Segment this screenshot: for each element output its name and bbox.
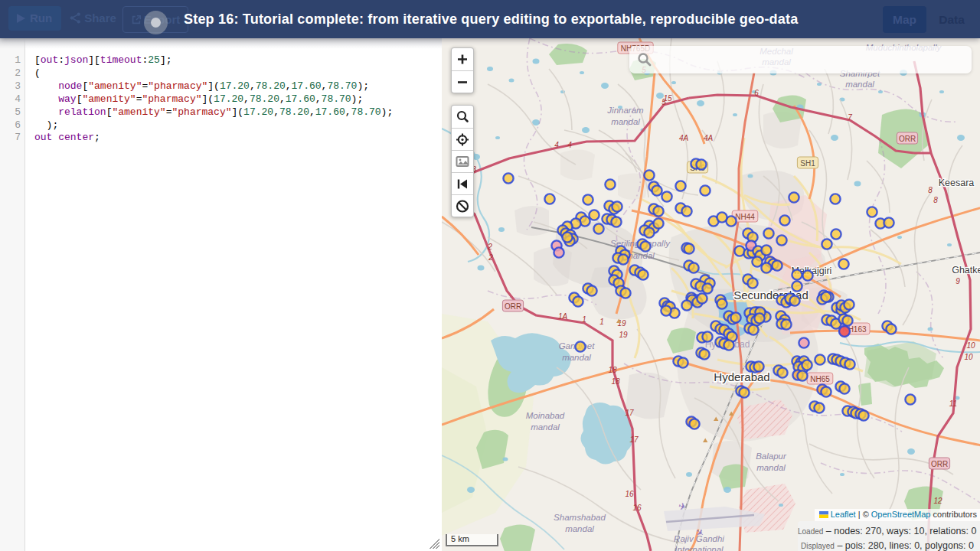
svg-text:17: 17 [629,435,639,444]
svg-text:International: International [675,545,724,551]
svg-text:11: 11 [949,399,957,408]
svg-text:9: 9 [956,277,960,285]
svg-text:Balapur: Balapur [756,452,787,461]
svg-text:8: 8 [933,196,938,204]
svg-text:Shamshabad: Shamshabad [554,513,606,522]
svg-text:Moinabad: Moinabad [526,411,565,420]
svg-text:Keesara: Keesara [939,178,975,188]
svg-text:17: 17 [625,409,634,417]
svg-text:8: 8 [928,186,933,194]
svg-text:mandal: mandal [756,463,786,472]
svg-text:4A: 4A [679,134,689,142]
svg-text:mandal: mandal [611,117,640,126]
svg-text:mandal: mandal [845,80,874,89]
svg-text:mandal: mandal [565,524,594,533]
svg-text:1: 1 [599,318,604,326]
svg-text:7: 7 [848,113,852,122]
svg-text:10: 10 [966,341,975,350]
svg-text:10: 10 [964,353,973,361]
svg-text:1A: 1A [558,312,568,321]
svg-text:NH44: NH44 [735,213,755,221]
svg-text:SH1: SH1 [800,159,815,168]
svg-text:ORR: ORR [505,302,521,311]
svg-text:16: 16 [632,504,642,512]
svg-text:4: 4 [567,141,572,149]
svg-text:NH65: NH65 [810,375,830,383]
svg-text:Ghatkesar: Ghatkesar [952,265,980,276]
svg-text:4A: 4A [704,134,714,142]
svg-text:ORR: ORR [931,460,948,468]
svg-text:ORR: ORR [899,135,916,143]
svg-text:mandal: mandal [531,422,560,432]
svg-text:15: 15 [663,94,672,103]
svg-text:1: 1 [582,315,586,324]
svg-text:18: 18 [611,377,620,386]
svg-text:Hyderabad: Hyderabad [714,370,769,383]
svg-text:mandal: mandal [562,353,591,362]
svg-text:2: 2 [488,253,493,262]
svg-text:12: 12 [933,497,942,505]
svg-text:2: 2 [487,243,492,251]
svg-text:Jinnaram: Jinnaram [606,106,644,115]
svg-text:4: 4 [554,141,559,149]
svg-text:18: 18 [608,366,617,374]
svg-text:19: 19 [619,331,628,339]
svg-text:6: 6 [754,89,759,97]
svg-text:16: 16 [625,490,634,498]
